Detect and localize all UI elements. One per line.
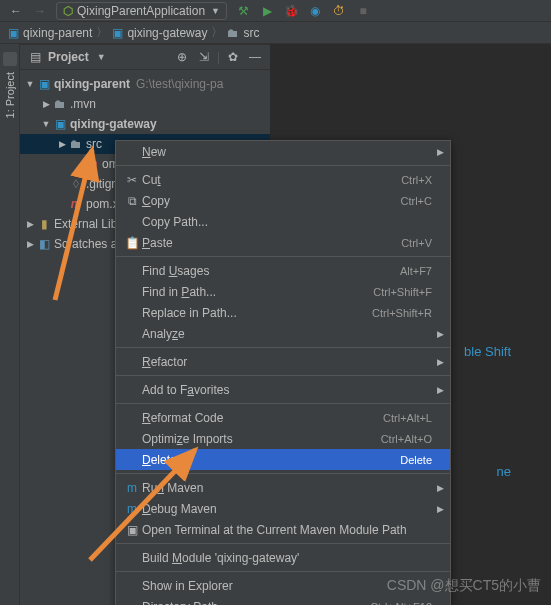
menu-delete[interactable]: Delete...Delete <box>116 449 450 470</box>
context-menu: New▶ ✂CutCtrl+X ⧉CopyCtrl+C Copy Path...… <box>115 140 451 605</box>
chevron-down-icon: ▼ <box>211 6 220 16</box>
tree-row-mvn[interactable]: ▶ 🖿 .mvn <box>20 94 270 114</box>
menu-new[interactable]: New▶ <box>116 141 450 162</box>
maven-icon: m <box>68 197 84 211</box>
folder-icon: 🖿 <box>227 26 239 40</box>
run-config-label: QixingParentApplication <box>77 4 205 18</box>
menu-cut[interactable]: ✂CutCtrl+X <box>116 169 450 190</box>
module-icon: ▣ <box>52 117 68 131</box>
menu-directory-path[interactable]: Directory PathCtrl+Alt+F12 <box>116 596 450 605</box>
project-tool-icon[interactable] <box>3 52 17 66</box>
left-tool-strip: 1: Project <box>0 44 20 605</box>
breadcrumb-item[interactable]: ▣ qixing-gateway <box>112 26 207 40</box>
menu-find-usages[interactable]: Find UsagesAlt+F7 <box>116 260 450 281</box>
stop-icon[interactable]: ■ <box>353 1 373 21</box>
profile-icon[interactable]: ⏱ <box>329 1 349 21</box>
menu-separator <box>116 403 450 404</box>
chevron-down-icon[interactable]: ▼ <box>97 52 106 62</box>
module-icon: ▣ <box>112 26 123 40</box>
folder-icon: 🖿 <box>52 97 68 111</box>
menu-separator <box>116 165 450 166</box>
expand-icon[interactable]: ▶ <box>56 139 68 149</box>
breadcrumb-sep: 〉 <box>96 24 108 41</box>
menu-paste[interactable]: 📋PasteCtrl+V <box>116 232 450 253</box>
hint-text: ne <box>497 464 511 479</box>
expand-icon[interactable]: ▶ <box>24 219 36 229</box>
menu-separator <box>116 543 450 544</box>
spring-icon: ⬡ <box>63 4 73 18</box>
submenu-arrow-icon: ▶ <box>437 147 444 157</box>
menu-separator <box>116 256 450 257</box>
watermark: CSDN @想买CT5的小曹 <box>387 577 541 595</box>
menu-separator <box>116 347 450 348</box>
panel-title[interactable]: Project <box>48 50 89 64</box>
cut-icon: ✂ <box>122 173 142 187</box>
scratch-icon: ◧ <box>36 237 52 251</box>
file-icon: ◊ <box>68 177 84 191</box>
menu-separator <box>116 571 450 572</box>
folder-icon: 🖿 <box>68 137 84 151</box>
coverage-icon[interactable]: ◉ <box>305 1 325 21</box>
menu-separator <box>116 473 450 474</box>
menu-debug-maven[interactable]: mDebug Maven▶ <box>116 498 450 519</box>
menu-replace-in-path[interactable]: Replace in Path...Ctrl+Shift+R <box>116 302 450 323</box>
menu-reformat[interactable]: Reformat CodeCtrl+Alt+L <box>116 407 450 428</box>
module-icon: ▣ <box>36 77 52 91</box>
breadcrumb-sep: 〉 <box>211 24 223 41</box>
maven-icon: m <box>122 481 142 495</box>
menu-refactor[interactable]: Refactor▶ <box>116 351 450 372</box>
copy-icon: ⧉ <box>122 194 142 208</box>
expand-icon[interactable]: ▼ <box>24 79 36 89</box>
hide-icon[interactable]: — <box>246 50 264 64</box>
main-toolbar: ← → ⬡ QixingParentApplication ▼ ⚒ ▶ 🐞 ◉ … <box>0 0 551 22</box>
menu-run-maven[interactable]: mRun Maven▶ <box>116 477 450 498</box>
menu-add-favorites[interactable]: Add to Favorites▶ <box>116 379 450 400</box>
breadcrumb-item[interactable]: ▣ qixing-parent <box>8 26 92 40</box>
breadcrumb: ▣ qixing-parent 〉 ▣ qixing-gateway 〉 🖿 s… <box>0 22 551 44</box>
expand-icon[interactable]: ▶ <box>40 99 52 109</box>
expand-icon[interactable]: ▼ <box>40 119 52 129</box>
menu-copy[interactable]: ⧉CopyCtrl+C <box>116 190 450 211</box>
tree-row-gateway[interactable]: ▼ ▣ qixing-gateway <box>20 114 270 134</box>
menu-find-in-path[interactable]: Find in Path...Ctrl+Shift+F <box>116 281 450 302</box>
project-icon: ▤ <box>26 50 44 64</box>
menu-copy-path[interactable]: Copy Path... <box>116 211 450 232</box>
panel-header: ▤ Project ▼ ⊕ ⇲ | ✿ — <box>20 44 270 70</box>
module-icon: ▣ <box>8 26 19 40</box>
gear-icon[interactable]: ✿ <box>224 50 242 64</box>
back-icon[interactable]: ← <box>6 1 26 21</box>
forward-icon[interactable]: → <box>30 1 50 21</box>
submenu-arrow-icon: ▶ <box>437 504 444 514</box>
menu-optimize-imports[interactable]: Optimize ImportsCtrl+Alt+O <box>116 428 450 449</box>
tree-row-root[interactable]: ▼ ▣ qixing-parent G:\test\qixing-pa <box>20 74 270 94</box>
submenu-arrow-icon: ▶ <box>437 483 444 493</box>
project-tool-label[interactable]: 1: Project <box>4 72 16 118</box>
expand-icon[interactable]: ▶ <box>24 239 36 249</box>
menu-analyze[interactable]: Analyze▶ <box>116 323 450 344</box>
submenu-arrow-icon: ▶ <box>437 385 444 395</box>
breadcrumb-item[interactable]: 🖿 src <box>227 26 259 40</box>
run-configuration[interactable]: ⬡ QixingParentApplication ▼ <box>56 2 227 20</box>
hammer-icon[interactable]: ⚒ <box>233 1 253 21</box>
submenu-arrow-icon: ▶ <box>437 357 444 367</box>
menu-separator <box>116 375 450 376</box>
paste-icon: 📋 <box>122 236 142 250</box>
expand-all-icon[interactable]: ⇲ <box>195 50 213 64</box>
debug-icon[interactable]: 🐞 <box>281 1 301 21</box>
maven-icon: m <box>84 157 100 171</box>
select-opened-icon[interactable]: ⊕ <box>173 50 191 64</box>
hint-text: ble Shift <box>464 344 511 359</box>
run-icon[interactable]: ▶ <box>257 1 277 21</box>
maven-icon: m <box>122 502 142 516</box>
terminal-icon: ▣ <box>122 523 142 537</box>
menu-open-terminal-maven[interactable]: ▣Open Terminal at the Current Maven Modu… <box>116 519 450 540</box>
lib-icon: ▮ <box>36 217 52 231</box>
menu-build-module[interactable]: Build Module 'qixing-gateway' <box>116 547 450 568</box>
submenu-arrow-icon: ▶ <box>437 329 444 339</box>
